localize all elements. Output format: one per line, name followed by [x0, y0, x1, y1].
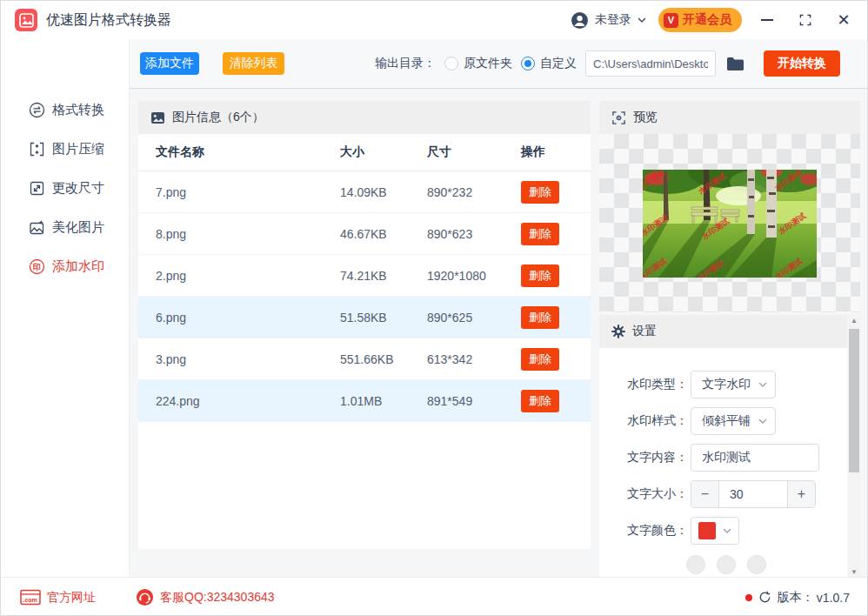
- col-dims: 尺寸: [427, 144, 521, 160]
- scroll-up-icon[interactable]: ▲: [848, 315, 860, 325]
- app-logo-icon: [15, 9, 37, 31]
- preview-header: 预览: [599, 101, 860, 134]
- chevron-down-icon: [723, 528, 731, 533]
- login-menu[interactable]: 未登录: [571, 11, 646, 30]
- settings-title: 设置: [632, 324, 657, 339]
- table-row-selected[interactable]: 6.png 51.58KB 890*625 删除: [138, 297, 591, 338]
- table-row[interactable]: 2.png 74.21KB 1920*1080 删除: [138, 255, 591, 297]
- minimize-icon: [761, 19, 773, 21]
- delete-button[interactable]: 删除: [521, 181, 559, 204]
- close-icon: ✕: [837, 12, 850, 28]
- clear-list-button[interactable]: 清除列表: [223, 52, 284, 75]
- col-name: 文件名称: [156, 144, 340, 160]
- file-size: 74.21KB: [340, 269, 427, 283]
- sidebar-item-label: 图片压缩: [52, 141, 104, 157]
- col-size: 大小: [340, 144, 427, 160]
- version-value: v1.0.7: [817, 591, 850, 605]
- user-avatar-icon: [571, 11, 589, 30]
- sidebar-item-resize[interactable]: 更改尺寸: [1, 175, 129, 201]
- resize-icon: [29, 180, 45, 197]
- color-preset[interactable]: [747, 555, 766, 574]
- gear-icon: [611, 325, 625, 338]
- delete-button[interactable]: 删除: [521, 223, 559, 245]
- customer-service-link[interactable]: 客服QQ:3234303643: [136, 588, 275, 606]
- browse-folder-button[interactable]: [726, 57, 744, 71]
- file-name: 8.png: [156, 227, 340, 241]
- file-dims: 613*342: [427, 352, 521, 366]
- watermark-type-label: 水印类型：: [599, 377, 688, 392]
- file-name: 3.png: [156, 352, 340, 366]
- compress-icon: [29, 141, 45, 157]
- sidebar-item-image-compress[interactable]: 图片压缩: [1, 136, 129, 162]
- sidebar-item-label: 更改尺寸: [52, 180, 104, 197]
- file-size: 14.09KB: [340, 185, 427, 199]
- color-preset[interactable]: [717, 555, 736, 574]
- color-swatch: [698, 522, 716, 539]
- file-dims: 891*549: [427, 394, 521, 408]
- footer: .com 官方网址 客服QQ:3234303643 版本： v1.0.7: [1, 577, 868, 616]
- text-content-label: 文字内容：: [599, 450, 688, 465]
- image-info-icon: [150, 110, 165, 125]
- sidebar-item-format-convert[interactable]: 格式转换: [1, 97, 129, 123]
- file-dims: 890*625: [427, 311, 521, 325]
- text-size-label: 文字大小：: [599, 486, 688, 502]
- settings-body: 水印类型： 文字水印 水印样式： 倾斜平铺 文字内容：: [599, 348, 847, 577]
- settings-scrollbar[interactable]: ▲ ▼: [848, 315, 860, 577]
- file-size: 1.01MB: [340, 394, 427, 408]
- size-increase-button[interactable]: +: [787, 481, 815, 507]
- check-update-button[interactable]: [758, 591, 771, 604]
- radio-custom-label[interactable]: 自定义: [540, 56, 577, 71]
- table-row-selected[interactable]: 224.png 1.01MB 891*549 删除: [138, 380, 591, 422]
- sidebar-item-label: 美化图片: [52, 219, 104, 236]
- login-status-label: 未登录: [595, 12, 631, 28]
- text-color-select[interactable]: [691, 517, 739, 545]
- watermark-style-value: 倾斜平铺: [702, 413, 751, 429]
- minimize-button[interactable]: [754, 7, 780, 33]
- watermark-icon: 印: [29, 258, 45, 275]
- col-ops: 操作: [521, 144, 591, 160]
- sidebar-item-watermark[interactable]: 印 添加水印: [1, 253, 129, 279]
- file-size: 46.67KB: [340, 227, 427, 241]
- maximize-button[interactable]: [792, 7, 818, 33]
- table-row[interactable]: 3.png 551.66KB 613*342 删除: [138, 338, 591, 380]
- watermark-style-select[interactable]: 倾斜平铺: [691, 407, 776, 435]
- open-vip-button[interactable]: V 开通会员: [658, 8, 742, 32]
- output-path-input[interactable]: [585, 50, 716, 77]
- sidebar-item-beautify[interactable]: 美化图片: [1, 214, 129, 240]
- add-files-button[interactable]: 添加文件: [140, 52, 199, 75]
- delete-button[interactable]: 删除: [521, 348, 559, 371]
- delete-button[interactable]: 删除: [521, 306, 559, 329]
- settings-panel: 设置 水印类型： 文字水印 水印样式： 倾斜平铺: [599, 315, 860, 577]
- chevron-down-icon: [758, 382, 767, 387]
- customer-service-qq-label: 客服QQ:3234303643: [160, 590, 275, 606]
- scroll-down-icon[interactable]: ▼: [848, 566, 860, 577]
- table-row[interactable]: 8.png 46.67KB 890*623 删除: [138, 213, 591, 255]
- file-dims: 890*623: [427, 227, 521, 241]
- text-size-input[interactable]: [719, 481, 787, 507]
- app-window: 优速图片格式转换器 未登录 V 开通会员 ✕: [0, 0, 868, 616]
- color-preset-dots: [686, 555, 847, 574]
- watermark-style-label: 水印样式：: [599, 413, 688, 429]
- app-title: 优速图片格式转换器: [46, 1, 171, 39]
- delete-button[interactable]: 删除: [521, 390, 559, 412]
- watermark-type-select[interactable]: 文字水印: [691, 371, 776, 398]
- radio-original-label[interactable]: 原文件夹: [464, 56, 512, 71]
- color-preset[interactable]: [686, 555, 705, 574]
- delete-button[interactable]: 删除: [521, 264, 559, 287]
- watermark-type-value: 文字水印: [702, 377, 751, 392]
- svg-text:印: 印: [33, 263, 41, 271]
- official-website-link[interactable]: .com 官方网址: [20, 589, 96, 606]
- preview-title: 预览: [633, 110, 658, 125]
- size-decrease-button[interactable]: −: [691, 481, 719, 507]
- radio-custom[interactable]: [521, 57, 535, 70]
- convert-icon: [29, 102, 45, 118]
- close-button[interactable]: ✕: [831, 7, 857, 33]
- toolbar: 添加文件 清除列表 输出目录： 原文件夹 自定义 开始转换: [130, 39, 868, 89]
- radio-original-folder[interactable]: [444, 57, 458, 70]
- scrollbar-thumb[interactable]: [849, 329, 859, 472]
- version-label: 版本：: [778, 590, 814, 606]
- text-content-input[interactable]: [691, 444, 819, 472]
- start-convert-button[interactable]: 开始转换: [764, 50, 840, 77]
- table-row[interactable]: 7.png 14.09KB 890*232 删除: [138, 171, 591, 213]
- transparency-checkerboard: 水印测试 水印测试 水印测试 水印测试 水印测试 水印测试 水印测试 水印测试 …: [599, 134, 860, 312]
